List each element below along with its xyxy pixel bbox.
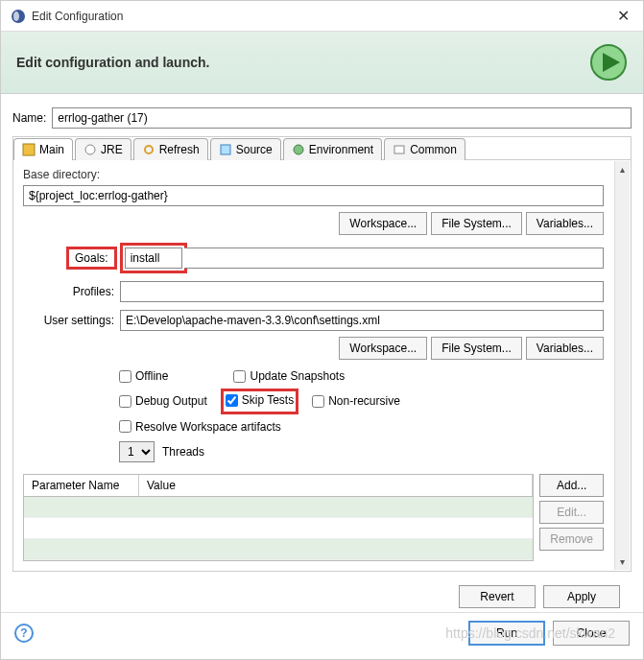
- tab-jre[interactable]: JRE: [75, 138, 131, 160]
- scroll-up-icon[interactable]: ▴: [615, 161, 630, 177]
- filesystem-button-2[interactable]: File System...: [431, 337, 522, 360]
- source-tab-icon: [219, 143, 232, 156]
- non-recursive-checkbox[interactable]: Non-recursive: [312, 394, 400, 408]
- main-tab-icon: [22, 143, 36, 156]
- user-settings-label: User settings:: [23, 314, 114, 327]
- env-tab-icon: [292, 143, 305, 156]
- svg-point-7: [294, 145, 303, 154]
- variables-button-1[interactable]: Variables...: [526, 212, 604, 235]
- tab-source[interactable]: Source: [210, 138, 281, 160]
- close-icon[interactable]: ✕: [613, 7, 633, 25]
- refresh-tab-icon: [142, 143, 155, 156]
- revert-button[interactable]: Revert: [459, 585, 536, 608]
- tab-main[interactable]: Main: [13, 138, 73, 160]
- parameters-table: Parameter Name Value: [23, 474, 534, 561]
- svg-rect-4: [23, 144, 35, 155]
- profiles-label: Profiles:: [23, 285, 114, 298]
- tab-refresh[interactable]: Refresh: [133, 138, 208, 160]
- goals-input[interactable]: [125, 248, 182, 269]
- variables-button-2[interactable]: Variables...: [526, 337, 604, 360]
- svg-rect-6: [221, 145, 230, 154]
- resolve-workspace-checkbox[interactable]: Resolve Workspace artifacts: [119, 420, 281, 434]
- svg-rect-8: [394, 146, 404, 153]
- threads-select[interactable]: 1: [119, 441, 155, 462]
- workspace-button-1[interactable]: Workspace...: [339, 212, 427, 235]
- table-header-name[interactable]: Parameter Name: [24, 475, 139, 496]
- base-dir-label: Base directory:: [23, 168, 621, 181]
- tab-environment[interactable]: Environment: [283, 138, 382, 160]
- run-button[interactable]: Run: [468, 621, 545, 646]
- name-label: Name:: [12, 111, 46, 125]
- help-icon[interactable]: ?: [14, 624, 34, 643]
- user-settings-input[interactable]: [120, 310, 604, 331]
- workspace-button-2[interactable]: Workspace...: [339, 337, 427, 360]
- page-subtitle: Edit configuration and launch.: [16, 55, 589, 70]
- scroll-down-icon[interactable]: ▾: [615, 554, 630, 570]
- svg-point-1: [13, 12, 19, 21]
- window-title: Edit Configuration: [32, 10, 613, 23]
- skip-tests-checkbox[interactable]: Skip Tests: [226, 393, 294, 407]
- table-row[interactable]: [24, 497, 533, 518]
- base-dir-input[interactable]: [23, 185, 604, 206]
- common-tab-icon: [393, 143, 406, 156]
- edit-button: Edit...: [539, 501, 604, 524]
- name-input[interactable]: [52, 107, 632, 129]
- goals-input-rest[interactable]: [184, 248, 604, 269]
- jre-tab-icon: [83, 143, 97, 156]
- table-row[interactable]: [24, 518, 533, 539]
- table-row[interactable]: [24, 539, 533, 560]
- filesystem-button-1[interactable]: File System...: [431, 212, 522, 235]
- tab-strip: Main JRE Refresh Source Environment Comm…: [13, 137, 631, 160]
- profiles-input[interactable]: [120, 281, 604, 302]
- offline-checkbox[interactable]: Offline: [119, 369, 168, 383]
- update-snapshots-checkbox[interactable]: Update Snapshots: [233, 369, 345, 383]
- add-button[interactable]: Add...: [539, 474, 604, 497]
- remove-button: Remove: [539, 528, 604, 551]
- svg-point-5: [85, 145, 95, 154]
- close-button[interactable]: Close: [553, 621, 630, 646]
- table-header-value[interactable]: Value: [139, 475, 533, 496]
- threads-label: Threads: [162, 445, 204, 459]
- debug-output-checkbox[interactable]: Debug Output: [119, 394, 207, 408]
- eclipse-icon: [11, 9, 26, 24]
- run-large-icon: [589, 43, 628, 82]
- vertical-scrollbar[interactable]: ▴ ▾: [614, 161, 630, 570]
- apply-button[interactable]: Apply: [543, 585, 620, 608]
- tab-common[interactable]: Common: [384, 138, 465, 160]
- goals-label: Goals:: [66, 247, 117, 270]
